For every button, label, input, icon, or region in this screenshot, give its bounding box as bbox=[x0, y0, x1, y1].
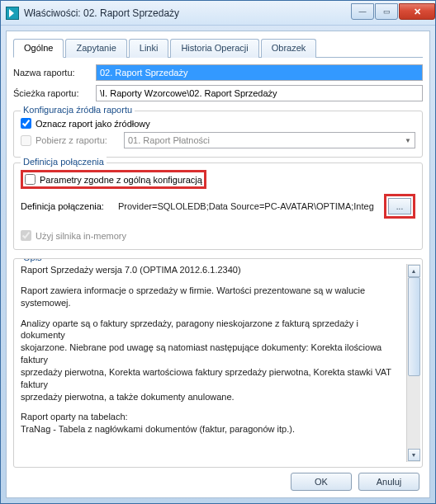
tab-query[interactable]: Zapytanie bbox=[65, 39, 126, 58]
inmemory-label: Użyj silnika in-memory bbox=[36, 231, 126, 241]
tab-history[interactable]: Historia Operacji bbox=[170, 39, 258, 58]
close-button[interactable]: ✕ bbox=[399, 3, 435, 20]
connection-def-value: Provider=SQLOLEDB;Data Source=PC-AVATAR\… bbox=[118, 201, 379, 211]
description-group: Opis Raport Sprzedaży wersja 7.0 (OPTIMA… bbox=[13, 258, 423, 468]
inmemory-checkbox: Użyj silnika in-memory bbox=[21, 230, 415, 241]
tab-general[interactable]: Ogólne bbox=[13, 39, 64, 58]
minimize-button[interactable]: — bbox=[351, 3, 374, 20]
fetch-from-combo: 01. Raport Płatności ▼ bbox=[124, 132, 415, 148]
connection-legend: Definicja połączenia bbox=[21, 157, 107, 167]
desc-line: Raport Sprzedaży wersja 7.0 (OPTIMA 2012… bbox=[21, 264, 403, 276]
highlight-browse-button: ... bbox=[384, 194, 415, 219]
window-buttons: — ▭ ✕ bbox=[350, 3, 435, 20]
desc-line: sprzedaży pierwotna, a także dokumenty a… bbox=[21, 391, 403, 403]
scroll-down-button[interactable]: ▼ bbox=[408, 449, 420, 461]
highlight-params-checkbox: Parametry zgodne z ogólną konfiguracją bbox=[21, 170, 206, 189]
params-global-checkbox[interactable]: Parametry zgodne z ogólną konfiguracją bbox=[25, 174, 202, 185]
report-path-label: Ścieżka raportu: bbox=[13, 88, 96, 98]
description-text[interactable]: Raport Sprzedaży wersja 7.0 (OPTIMA 2012… bbox=[21, 264, 406, 462]
titlebar[interactable]: Właściwości: 02. Raport Sprzedaży — ▭ ✕ bbox=[1, 1, 435, 26]
client-area: Ogólne Zapytanie Linki Historia Operacji… bbox=[6, 31, 430, 498]
dialog-button-bar: OK Anuluj bbox=[13, 468, 423, 492]
desc-line: Analizy oparte są o faktury sprzedaży, p… bbox=[21, 318, 358, 341]
maximize-button[interactable]: ▭ bbox=[375, 3, 398, 20]
mark-as-source-checkbox[interactable]: Oznacz raport jako źródłowy bbox=[21, 118, 415, 129]
fetch-from-checkbox bbox=[21, 135, 31, 146]
source-config-legend: Konfiguracja źródła raportu bbox=[21, 105, 135, 115]
params-global-label: Parametry zgodne z ogólną konfiguracją bbox=[40, 175, 202, 185]
scroll-up-button[interactable]: ▲ bbox=[408, 265, 420, 277]
report-path-input[interactable] bbox=[96, 85, 423, 101]
fetch-from-value: 01. Raport Płatności bbox=[128, 135, 210, 145]
desc-line: skojarzone. Niebrane pod uwagę są natomi… bbox=[21, 342, 382, 365]
scroll-thumb[interactable] bbox=[408, 277, 420, 376]
tab-image[interactable]: Obrazek bbox=[261, 39, 317, 58]
desc-line: Raport oparty na tabelach: bbox=[21, 412, 128, 422]
desc-line: Raport zawiera informacje o sprzedaży w … bbox=[21, 285, 403, 309]
mark-as-source-label: Oznacz raport jako źródłowy bbox=[36, 119, 150, 129]
tab-links[interactable]: Linki bbox=[129, 39, 169, 58]
fetch-from-label: Pobierz z raportu: bbox=[36, 135, 120, 145]
params-global-input[interactable] bbox=[25, 174, 36, 185]
properties-window: Właściwości: 02. Raport Sprzedaży — ▭ ✕ … bbox=[0, 0, 436, 504]
connection-def-label: Definicja połączenia: bbox=[21, 201, 113, 211]
cancel-button[interactable]: Anuluj bbox=[358, 473, 419, 491]
tab-strip: Ogólne Zapytanie Linki Historia Operacji… bbox=[13, 38, 423, 58]
mark-as-source-input[interactable] bbox=[21, 118, 31, 129]
description-legend: Opis bbox=[21, 258, 45, 262]
inmemory-input bbox=[21, 230, 31, 241]
ok-button[interactable]: OK bbox=[291, 473, 352, 491]
desc-line: sprzedaży pierwotna, Korekta wartościowa… bbox=[21, 367, 391, 389]
report-name-label: Nazwa raportu: bbox=[13, 68, 96, 78]
chevron-down-icon: ▼ bbox=[405, 137, 411, 144]
description-scrollbar[interactable]: ▲ ▼ bbox=[406, 264, 420, 462]
report-name-input[interactable] bbox=[96, 64, 423, 81]
connection-browse-button[interactable]: ... bbox=[388, 198, 411, 214]
source-config-group: Konfiguracja źródła raportu Oznacz rapor… bbox=[13, 111, 423, 158]
window-title: Właściwości: 02. Raport Sprzedaży bbox=[24, 7, 350, 19]
connection-group: Definicja połączenia Parametry zgodne z … bbox=[13, 163, 423, 250]
desc-line: TraNag - Tabela z nagłówkami dokumentów … bbox=[21, 424, 295, 434]
app-icon bbox=[6, 7, 19, 20]
